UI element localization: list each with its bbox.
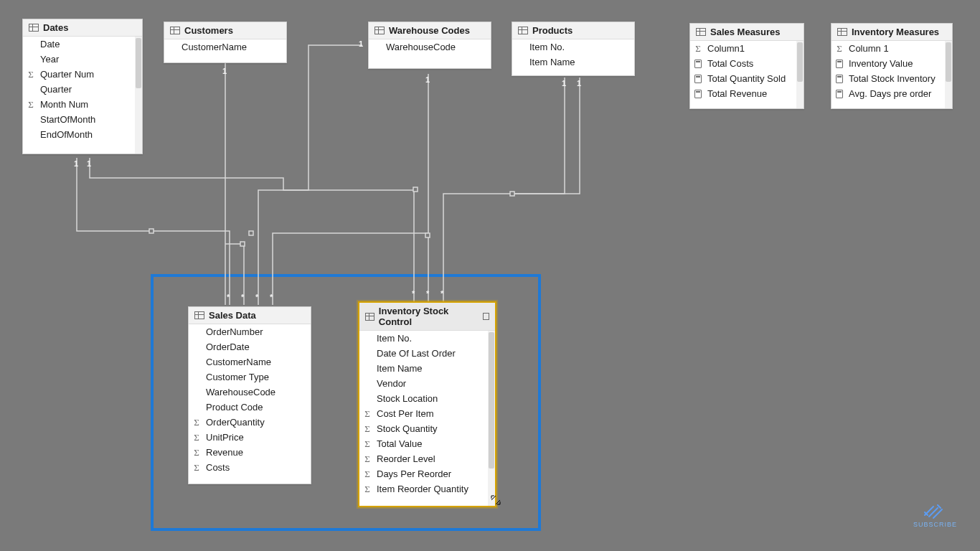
field-row[interactable]: EndOfMonth	[23, 127, 142, 142]
field-row[interactable]: Total Costs	[690, 56, 804, 71]
field-row[interactable]: Inventory Value	[831, 56, 952, 71]
field-label: Product Code	[206, 402, 263, 413]
field-row[interactable]: Year	[23, 52, 142, 67]
field-label: OrderDate	[206, 342, 250, 352]
scrollbar[interactable]	[135, 37, 142, 154]
field-row[interactable]: Total Quantity Sold	[690, 71, 804, 86]
table-inventory-stock-control[interactable]: Inventory Stock Control Item No.Date Of …	[358, 301, 496, 507]
field-row[interactable]: ΣCost Per Item	[359, 406, 495, 421]
field-label: Reorder Level	[377, 453, 435, 464]
field-row[interactable]: Date Of Last Order	[359, 346, 495, 361]
field-label: CustomerName	[206, 357, 271, 367]
field-list: WarehouseCode	[369, 39, 491, 55]
field-row[interactable]: ΣQuarter Num	[23, 67, 142, 82]
field-list: CustomerName	[164, 39, 286, 55]
table-header[interactable]: Dates	[23, 19, 142, 37]
table-title: Sales Data	[209, 310, 256, 321]
table-header[interactable]: Inventory Stock Control	[359, 303, 495, 331]
field-row[interactable]: Avg. Days pre order	[831, 86, 952, 101]
field-label: Item No.	[529, 42, 565, 52]
field-label: WarehouseCode	[386, 42, 456, 52]
table-warehouse[interactable]: Warehouse Codes WarehouseCode	[368, 22, 491, 69]
sigma-icon: Σ	[362, 454, 372, 463]
table-header[interactable]: Products	[512, 22, 634, 39]
field-row[interactable]: ΣReorder Level	[359, 451, 495, 466]
calculator-icon	[693, 90, 703, 98]
field-row[interactable]: OrderNumber	[189, 324, 311, 339]
field-row[interactable]: Item No.	[359, 331, 495, 346]
field-row[interactable]: CustomerName	[189, 354, 311, 369]
table-header[interactable]: Warehouse Codes	[369, 22, 491, 39]
field-row[interactable]: Item Name	[512, 55, 634, 70]
field-label: Quarter	[40, 84, 72, 95]
field-row[interactable]: Total Stock Inventory	[831, 71, 952, 86]
calculator-icon	[834, 90, 844, 98]
table-header[interactable]: Customers	[164, 22, 286, 39]
field-row[interactable]: WarehouseCode	[369, 39, 491, 55]
table-title: Inventory Stock Control	[379, 306, 474, 327]
field-row[interactable]: Quarter	[23, 82, 142, 97]
table-sales-measures[interactable]: Sales Measures ΣColumn1Total CostsTotal …	[689, 23, 804, 109]
field-row[interactable]: Total Revenue	[690, 86, 804, 101]
svg-rect-5	[510, 192, 514, 196]
field-row[interactable]: StartOfMonth	[23, 112, 142, 127]
table-header[interactable]: Sales Data	[189, 307, 311, 324]
table-title: Inventory Measures	[852, 27, 939, 37]
field-label: Costs	[206, 462, 230, 473]
field-row[interactable]: CustomerName	[164, 39, 286, 55]
calculator-icon	[693, 60, 703, 68]
sigma-icon: Σ	[362, 439, 372, 448]
sigma-icon: Σ	[362, 409, 372, 418]
field-row[interactable]: Item No.	[512, 39, 634, 55]
field-label: Days Per Reorder	[377, 468, 451, 479]
field-row[interactable]: ΣRevenue	[189, 445, 311, 460]
field-label: Quarter Num	[40, 69, 94, 80]
field-row[interactable]: Vendor	[359, 376, 495, 391]
field-list: Item No.Item Name	[512, 39, 634, 70]
field-row[interactable]: ΣStock Quantity	[359, 421, 495, 436]
scrollbar[interactable]	[796, 41, 804, 108]
field-row[interactable]: ΣColumn1	[690, 41, 804, 56]
field-row[interactable]: Item Name	[359, 361, 495, 376]
scrollbar[interactable]	[488, 331, 495, 506]
field-row[interactable]: ΣOrderQuantity	[189, 415, 311, 430]
field-label: Item Reorder Quantity	[377, 484, 468, 494]
field-row[interactable]: ΣItem Reorder Quantity	[359, 481, 495, 496]
table-icon	[696, 28, 706, 36]
field-label: Revenue	[206, 447, 243, 458]
table-products[interactable]: Products Item No.Item Name	[512, 22, 635, 76]
table-customers[interactable]: Customers CustomerName	[164, 22, 287, 63]
field-label: Column1	[707, 43, 745, 54]
svg-rect-0	[149, 229, 154, 233]
field-row[interactable]: ΣColumn 1	[831, 41, 952, 56]
table-dates[interactable]: Dates DateYearΣQuarter NumQuarterΣMonth …	[22, 19, 143, 154]
field-row[interactable]: Product Code	[189, 400, 311, 415]
table-header[interactable]: Inventory Measures	[831, 24, 952, 41]
field-row[interactable]: ΣMonth Num	[23, 97, 142, 112]
field-row[interactable]: Customer Type	[189, 369, 311, 385]
table-icon	[194, 311, 204, 319]
field-row[interactable]: OrderDate	[189, 339, 311, 354]
sigma-icon: Σ	[192, 418, 202, 427]
field-row[interactable]: WarehouseCode	[189, 385, 311, 400]
field-row[interactable]: Date	[23, 37, 142, 52]
field-label: Item Name	[529, 57, 575, 67]
field-label: Vendor	[377, 378, 406, 389]
table-inventory-measures[interactable]: Inventory Measures ΣColumn 1Inventory Va…	[831, 23, 953, 109]
field-row[interactable]: Stock Location	[359, 391, 495, 406]
table-icon	[29, 24, 39, 32]
maximize-icon[interactable]	[483, 313, 489, 320]
field-row[interactable]: ΣTotal Value	[359, 436, 495, 451]
field-label: EndOfMonth	[40, 129, 93, 140]
scrollbar[interactable]	[945, 41, 952, 108]
table-sales-data[interactable]: Sales Data OrderNumberOrderDateCustomerN…	[188, 306, 311, 484]
field-row[interactable]: ΣUnitPrice	[189, 430, 311, 445]
field-label: StartOfMonth	[40, 114, 95, 125]
field-row[interactable]: ΣDays Per Reorder	[359, 466, 495, 481]
field-list: Item No.Date Of Last OrderItem NameVendo…	[359, 331, 495, 496]
field-list: ΣColumn 1Inventory ValueTotal Stock Inve…	[831, 41, 952, 101]
field-row[interactable]: ΣCosts	[189, 460, 311, 475]
field-label: Total Quantity Sold	[707, 73, 786, 84]
table-header[interactable]: Sales Measures	[690, 24, 804, 41]
table-title: Customers	[184, 25, 233, 36]
